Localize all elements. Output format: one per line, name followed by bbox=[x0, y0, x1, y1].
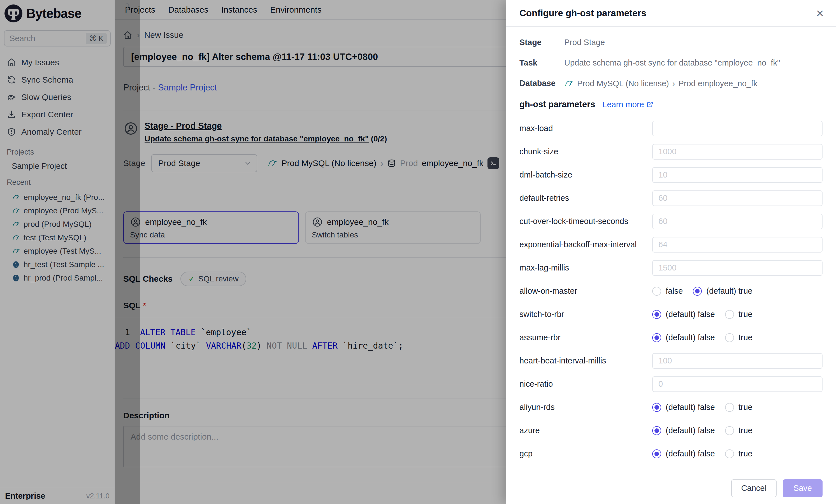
heart-beat-interval-millis-input[interactable] bbox=[652, 353, 822, 369]
external-link-icon bbox=[646, 101, 653, 108]
ghost-parameters-drawer: Configure gh-ost parameters × Stage Prod… bbox=[506, 0, 836, 504]
info-row-stage: Stage Prod Stage bbox=[519, 38, 822, 47]
chunk-size-input[interactable] bbox=[652, 144, 822, 160]
max-lag-millis-input[interactable] bbox=[652, 260, 822, 276]
info-row-task: Task Update schema gh-ost sync for datab… bbox=[519, 58, 822, 67]
radio-icon bbox=[725, 426, 734, 435]
dml-batch-size-input[interactable] bbox=[652, 167, 822, 183]
drawer-header: Configure gh-ost parameters × bbox=[506, 0, 836, 26]
radio-option-default-false[interactable]: (default) false bbox=[652, 449, 715, 458]
radio-option-true[interactable]: true bbox=[725, 310, 753, 319]
max-load-input[interactable] bbox=[652, 121, 822, 136]
param-row-max-load: max-load bbox=[519, 117, 822, 140]
learn-more-link[interactable]: Learn more bbox=[602, 100, 653, 109]
mysql-icon bbox=[564, 79, 574, 88]
drawer-footer: Cancel Save bbox=[506, 472, 836, 504]
radio-icon bbox=[725, 333, 734, 342]
param-row-allow-on-master: allow-on-master false (default) true bbox=[519, 279, 822, 303]
exponential-backoff-max-interval-input[interactable] bbox=[652, 237, 822, 253]
ghost-section-heading: gh-ost parameters Learn more bbox=[519, 99, 822, 110]
save-button[interactable]: Save bbox=[783, 479, 822, 497]
radio-icon bbox=[725, 310, 734, 319]
nice-ratio-input[interactable] bbox=[652, 376, 822, 392]
radio-option-default-false[interactable]: (default) false bbox=[652, 426, 715, 435]
cut-over-lock-timeout-seconds-input[interactable] bbox=[652, 214, 822, 229]
param-row-nice-ratio: nice-ratio bbox=[519, 372, 822, 396]
drawer-title: Configure gh-ost parameters bbox=[519, 8, 646, 18]
radio-option-default-false[interactable]: (default) false bbox=[652, 333, 715, 342]
param-row-switch-to-rbr: switch-to-rbr (default) false true bbox=[519, 303, 822, 326]
param-row-assume-rbr: assume-rbr (default) false true bbox=[519, 326, 822, 349]
param-row-gcp: gcp (default) false true bbox=[519, 442, 822, 465]
radio-icon bbox=[652, 449, 661, 458]
radio-option-false[interactable]: false bbox=[652, 287, 683, 296]
radio-option-default-false[interactable]: (default) false bbox=[652, 403, 715, 412]
radio-option-true[interactable]: true bbox=[725, 426, 753, 435]
default-retries-input[interactable] bbox=[652, 190, 822, 206]
param-row-aliyun-rds: aliyun-rds (default) false true bbox=[519, 396, 822, 419]
radio-option-default-false[interactable]: (default) false bbox=[652, 310, 715, 319]
param-row-azure: azure (default) false true bbox=[519, 419, 822, 442]
radio-icon bbox=[652, 403, 661, 412]
info-row-database: Database Prod MySQL (No license) › Prod … bbox=[519, 79, 822, 88]
radio-icon bbox=[652, 426, 661, 435]
close-icon[interactable]: × bbox=[816, 7, 824, 20]
radio-option-default-true[interactable]: (default) true bbox=[693, 287, 752, 296]
radio-icon bbox=[652, 333, 661, 342]
cancel-button[interactable]: Cancel bbox=[731, 479, 777, 497]
radio-option-true[interactable]: true bbox=[725, 333, 753, 342]
param-row-cut-over-lock-timeout-seconds: cut-over-lock-timeout-seconds bbox=[519, 210, 822, 233]
radio-icon bbox=[725, 403, 734, 412]
radio-icon bbox=[652, 310, 661, 319]
param-row-dml-batch-size: dml-batch-size bbox=[519, 163, 822, 187]
param-row-default-retries: default-retries bbox=[519, 187, 822, 210]
param-row-chunk-size: chunk-size bbox=[519, 140, 822, 163]
chevron-right-icon: › bbox=[672, 79, 675, 88]
drawer-body: Stage Prod Stage Task Update schema gh-o… bbox=[506, 26, 836, 465]
param-row-heart-beat-interval-millis: heart-beat-interval-millis bbox=[519, 349, 822, 372]
radio-icon bbox=[693, 287, 702, 296]
param-row-exponential-backoff-max-interval: exponential-backoff-max-interval bbox=[519, 233, 822, 256]
radio-icon bbox=[725, 449, 734, 458]
radio-icon bbox=[652, 287, 661, 296]
radio-option-true[interactable]: true bbox=[725, 449, 753, 458]
radio-option-true[interactable]: true bbox=[725, 403, 753, 412]
param-row-max-lag-millis: max-lag-millis bbox=[519, 256, 822, 279]
